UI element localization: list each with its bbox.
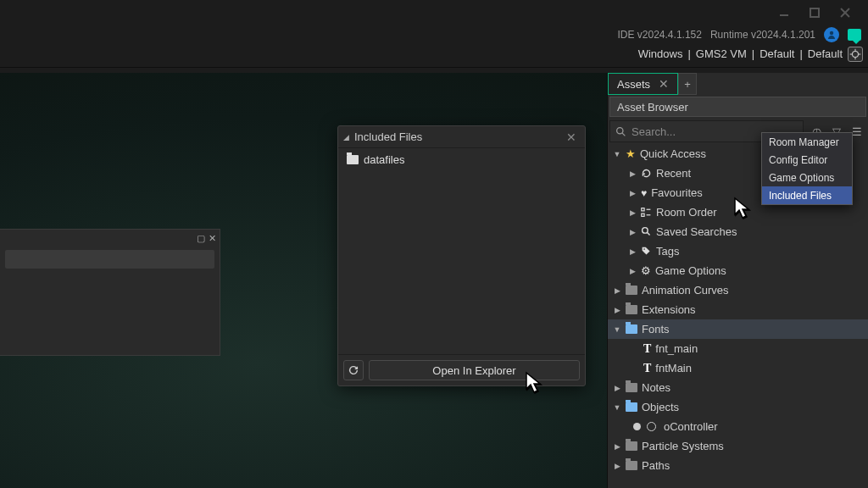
svg-point-5 <box>853 51 859 57</box>
svg-rect-12 <box>642 208 644 211</box>
font-icon: T <box>643 342 651 356</box>
menu-room-manager[interactable]: Room Manager <box>762 133 852 151</box>
paths-row[interactable]: ▶Paths <box>608 456 868 475</box>
svg-rect-13 <box>642 214 644 216</box>
tool-windows[interactable]: Windows <box>638 47 683 60</box>
search-icon <box>641 226 652 237</box>
notes-row[interactable]: ▶Notes <box>608 378 868 397</box>
menu-included-files[interactable]: Included Files <box>762 186 852 204</box>
folder-open-icon <box>626 402 637 412</box>
target-icon[interactable] <box>848 47 863 62</box>
folder-icon <box>347 155 359 164</box>
refresh-button[interactable] <box>343 360 364 380</box>
object-item[interactable]: oController <box>608 417 868 436</box>
left-close-icon[interactable]: ✕ <box>209 233 216 244</box>
font-item[interactable]: Tfnt_main <box>608 339 868 358</box>
menu-config-editor[interactable]: Config Editor <box>762 151 852 169</box>
search-placeholder: Search... <box>632 125 676 138</box>
tags-row[interactable]: ▶Tags <box>608 241 868 261</box>
gear-icon: ⚙ <box>641 264 651 277</box>
left-dock-panel: ▢ ✕ <box>0 229 220 356</box>
tool-config2[interactable]: Default <box>808 47 843 60</box>
profile-icon[interactable] <box>824 27 839 42</box>
heart-icon: ♥ <box>641 187 647 199</box>
feedback-icon[interactable] <box>848 29 861 41</box>
search-icon <box>615 126 626 137</box>
left-panel-field[interactable] <box>5 250 214 269</box>
datafiles-row[interactable]: datafiles <box>347 153 576 166</box>
ide-version: IDE v2024.4.1.152 <box>618 29 702 41</box>
svg-point-16 <box>643 228 648 234</box>
folder-icon <box>626 305 637 314</box>
bullet-icon <box>633 423 641 430</box>
tool-runtime[interactable]: GMS2 VM <box>696 47 747 60</box>
folder-label: datafiles <box>364 153 404 166</box>
collapse-icon[interactable]: ◢ <box>343 133 349 141</box>
tool-config1[interactable]: Default <box>760 47 794 60</box>
tab-close-icon[interactable]: ✕ <box>659 77 669 91</box>
history-icon <box>641 168 652 179</box>
cursor-icon <box>732 197 756 225</box>
saved-searches-row[interactable]: ▶Saved Searches <box>608 222 868 241</box>
included-files-window: ◢ Included Files ✕ datafiles Open In Exp… <box>337 125 586 386</box>
folder-icon <box>626 461 637 470</box>
extensions-row[interactable]: ▶Extensions <box>608 300 868 319</box>
open-in-explorer-button[interactable]: Open In Explorer <box>369 360 580 380</box>
particles-row[interactable]: ▶Particle Systems <box>608 436 868 456</box>
folder-open-icon <box>626 324 637 334</box>
room-order-icon <box>641 207 652 218</box>
tab-add-button[interactable]: + <box>678 73 697 95</box>
svg-line-17 <box>647 232 649 235</box>
maximize-button[interactable] <box>807 5 822 20</box>
runtime-version: Runtime v2024.4.1.201 <box>710 29 815 41</box>
object-icon <box>647 422 656 431</box>
svg-line-11 <box>622 133 625 136</box>
included-title: Included Files <box>354 130 422 143</box>
menu-game-options[interactable]: Game Options <box>762 169 852 186</box>
star-icon: ★ <box>626 147 636 160</box>
cursor-icon <box>524 371 548 399</box>
game-options-row[interactable]: ▶⚙Game Options <box>608 261 868 280</box>
version-bar: IDE v2024.4.1.152 Runtime v2024.4.1.201 <box>0 25 868 44</box>
panel-title: Asset Browser <box>609 97 866 117</box>
svg-point-18 <box>643 248 645 250</box>
folder-icon <box>626 441 637 451</box>
svg-rect-1 <box>810 8 819 17</box>
folder-icon <box>626 286 637 295</box>
folder-icon <box>626 383 637 392</box>
titlebar <box>0 0 868 25</box>
config-toolbar: Windows| GMS2 VM| Default| Default <box>0 44 868 68</box>
close-button[interactable] <box>837 5 853 20</box>
font-item[interactable]: TfntMain <box>608 358 868 378</box>
minimize-button[interactable] <box>776 5 792 20</box>
tag-icon <box>641 246 652 257</box>
tab-assets[interactable]: Assets ✕ <box>608 73 678 95</box>
svg-point-10 <box>617 127 623 133</box>
svg-point-4 <box>830 31 833 35</box>
tab-label: Assets <box>617 78 650 91</box>
font-icon: T <box>643 362 651 375</box>
left-restore-icon[interactable]: ▢ <box>197 233 205 244</box>
close-icon[interactable]: ✕ <box>563 130 580 144</box>
animation-curves-row[interactable]: ▶Animation Curves <box>608 280 868 300</box>
fonts-row[interactable]: ▼Fonts <box>608 319 868 339</box>
context-menu: Room Manager Config Editor Game Options … <box>761 132 853 205</box>
objects-row[interactable]: ▼Objects <box>608 397 868 417</box>
